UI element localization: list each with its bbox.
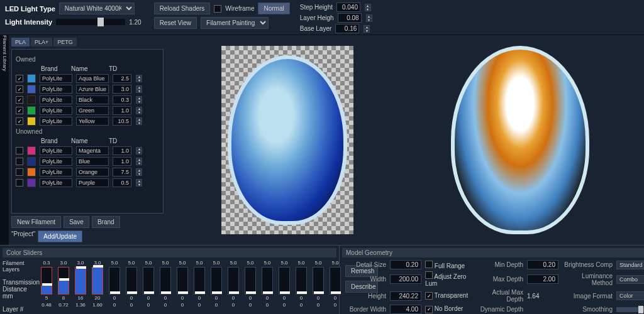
name-input[interactable] (76, 168, 109, 176)
name-input[interactable] (76, 85, 109, 94)
name-input[interactable] (76, 178, 109, 187)
brand-input[interactable] (40, 106, 72, 115)
color-swatch[interactable] (27, 106, 36, 115)
filament-checkbox[interactable] (16, 75, 23, 82)
filament-checkbox[interactable] (16, 96, 23, 104)
layer-slider[interactable] (109, 267, 120, 295)
base-layer-input[interactable]: 0.16 (335, 24, 359, 33)
no-border-checkbox[interactable] (425, 306, 433, 313)
layer-slider[interactable] (330, 267, 341, 295)
td-input[interactable] (113, 74, 131, 83)
layer-slider[interactable] (177, 267, 188, 295)
full-range-checkbox[interactable] (425, 261, 433, 268)
tab-pla[interactable]: PLA (11, 38, 30, 46)
lum-method-select[interactable]: Combo (616, 275, 644, 284)
intensity-slider[interactable] (56, 19, 125, 25)
filament-checkbox[interactable] (16, 85, 23, 93)
brand-button[interactable]: Brand (92, 216, 120, 228)
layer-slider[interactable] (41, 267, 52, 295)
reset-view-button[interactable]: Reset View (154, 17, 197, 29)
td-input[interactable] (113, 95, 131, 104)
color-swatch[interactable] (27, 74, 36, 83)
td-input[interactable] (113, 146, 131, 155)
reload-shaders-button[interactable]: Reload Shaders (154, 3, 211, 14)
brand-input[interactable] (40, 85, 72, 94)
filament-checkbox[interactable] (16, 179, 23, 187)
layer-slider[interactable] (58, 267, 69, 295)
layer-height-label: Layer Heigh (300, 14, 334, 21)
color-swatch[interactable] (27, 157, 36, 166)
filament-row: ▴▾ (16, 106, 159, 115)
detail-size-input[interactable]: 0.20 (390, 260, 421, 269)
td-input[interactable] (113, 168, 131, 176)
filament-checkbox[interactable] (16, 117, 23, 125)
wireframe-checkbox[interactable] (214, 5, 221, 13)
brand-input[interactable] (40, 117, 72, 126)
layer-slider[interactable] (245, 267, 256, 295)
brand-input[interactable] (40, 74, 72, 83)
layer-slider[interactable] (75, 267, 86, 295)
color-swatch[interactable] (27, 85, 36, 94)
layer-slider[interactable] (296, 267, 307, 295)
border-width-input[interactable]: 4.00 (390, 305, 421, 314)
filament-library-tab[interactable]: Filament Library (0, 35, 9, 245)
layer-slider[interactable] (92, 267, 103, 295)
step-height-input[interactable]: 0.040 (336, 3, 360, 12)
td-input[interactable] (113, 157, 131, 166)
name-input[interactable] (76, 146, 109, 155)
layer-slider[interactable] (126, 267, 137, 295)
layer-slider[interactable] (211, 267, 222, 295)
color-swatch[interactable] (27, 146, 36, 155)
filament-checkbox[interactable] (16, 168, 23, 176)
filament-checkbox[interactable] (16, 158, 23, 165)
td-input[interactable] (113, 178, 131, 187)
td-input[interactable] (113, 85, 131, 94)
layer-slider[interactable] (194, 267, 205, 295)
tab-petg[interactable]: PETG (53, 38, 77, 46)
color-swatch[interactable] (27, 95, 36, 104)
color-swatch[interactable] (27, 168, 36, 176)
max-depth-input[interactable]: 2.00 (527, 274, 558, 284)
led-type-select[interactable]: Natural White 4000K (59, 3, 135, 14)
layer-slider[interactable] (262, 267, 273, 295)
layer-slider[interactable] (160, 267, 171, 295)
layer-slider[interactable] (228, 267, 239, 295)
img-format-select[interactable]: Color (616, 291, 644, 300)
color-swatch[interactable] (27, 178, 36, 187)
brand-input[interactable] (40, 146, 72, 155)
name-input[interactable] (76, 106, 109, 115)
td-input[interactable] (113, 106, 131, 115)
mode-select[interactable]: Filament Painting (201, 17, 269, 29)
layer-height-input[interactable]: 0.08 (338, 13, 362, 23)
new-filament-button[interactable]: New Filament (11, 216, 61, 228)
layer-slider[interactable] (279, 267, 290, 295)
layer-slider[interactable] (143, 267, 154, 295)
brand-input[interactable] (40, 168, 72, 176)
height-input[interactable]: 240.22 (390, 291, 421, 301)
min-depth-input[interactable]: 0.20 (527, 260, 558, 269)
width-input[interactable]: 200.00 (390, 274, 421, 284)
transparent-checkbox[interactable] (425, 292, 433, 300)
canvas-area[interactable] (166, 35, 644, 245)
step-dn[interactable]: ▾ (365, 8, 371, 11)
name-input[interactable] (76, 157, 109, 166)
name-input[interactable] (76, 95, 109, 104)
brand-input[interactable] (40, 178, 72, 187)
filament-checkbox[interactable] (16, 147, 23, 154)
brand-input[interactable] (40, 95, 72, 104)
filament-checkbox[interactable] (16, 107, 23, 114)
normal-button[interactable]: Normal (258, 3, 289, 14)
layer-slider[interactable] (313, 267, 324, 295)
td-input[interactable] (113, 117, 131, 126)
brand-input[interactable] (40, 157, 72, 166)
name-input[interactable] (76, 117, 109, 126)
adjust-zero-checkbox[interactable] (425, 271, 433, 279)
project-label: "Project" (11, 230, 35, 242)
save-button[interactable]: Save (64, 216, 89, 228)
color-swatch[interactable] (27, 117, 36, 126)
tab-plaplus[interactable]: PLA+ (31, 38, 52, 46)
add-update-button[interactable]: Add/Update (38, 230, 82, 242)
name-input[interactable] (76, 74, 109, 83)
smoothing-slider[interactable] (616, 307, 644, 312)
brightness-comp-select[interactable]: Standard (616, 261, 644, 269)
